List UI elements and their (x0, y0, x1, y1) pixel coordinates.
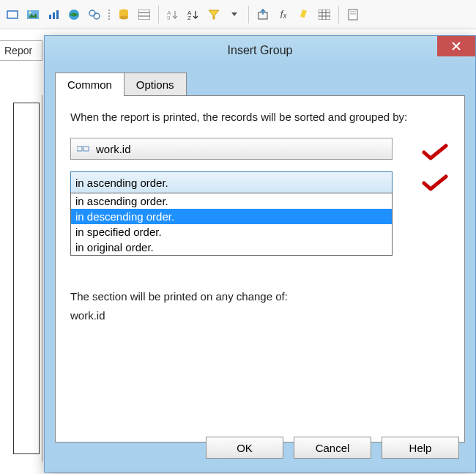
db-icon[interactable] (116, 7, 132, 23)
filter-icon[interactable] (206, 7, 222, 23)
toolbar-separator (158, 6, 159, 23)
toolbar-separator (338, 6, 339, 23)
cancel-button[interactable]: Cancel (294, 437, 371, 459)
tab-panel-common: When the report is printed, the records … (55, 95, 465, 442)
export-icon[interactable] (255, 7, 271, 23)
svg-marker-21 (231, 12, 237, 16)
tab-common[interactable]: Common (55, 73, 124, 96)
grid-icon[interactable] (136, 7, 152, 23)
svg-rect-13 (138, 10, 150, 20)
highlight-icon[interactable] (296, 7, 312, 23)
svg-point-3 (29, 11, 31, 13)
insert-group-dialog: Insert Group Common Options When the rep… (44, 35, 476, 473)
group-field-value: work.id (96, 143, 131, 155)
svg-rect-23 (300, 9, 307, 17)
tab-options[interactable]: Options (124, 73, 187, 96)
sort-nat-icon[interactable]: A9 (165, 7, 181, 23)
sort-order-dropdown-list: in ascending order. in descending order.… (70, 193, 393, 256)
reports-tab-truncated[interactable]: Repor (0, 40, 42, 61)
image-icon[interactable] (25, 7, 41, 23)
section-change-field: work.id (70, 309, 450, 322)
svg-rect-6 (56, 10, 59, 19)
globe-icon[interactable] (66, 7, 82, 23)
toolbar: A9 AZ fx (0, 0, 476, 29)
dialog-title: Insert Group (228, 44, 293, 57)
help-button[interactable]: Help (382, 437, 459, 459)
group-field-select[interactable]: work.id (70, 138, 393, 160)
sort-option-descending[interactable]: in descending order. (71, 209, 392, 224)
svg-text:9: 9 (167, 15, 171, 21)
document-page-edge (13, 103, 40, 454)
intro-text: When the report is printed, the records … (70, 109, 450, 125)
svg-marker-20 (209, 10, 219, 19)
svg-rect-24 (319, 10, 330, 20)
sort-option-original[interactable]: in original order. (71, 240, 392, 255)
svg-point-12 (119, 15, 128, 19)
section-change-text: The section will be printed on any chang… (70, 288, 450, 305)
svg-rect-4 (49, 15, 51, 19)
svg-rect-32 (77, 147, 82, 151)
sort-option-ascending[interactable]: in ascending order. (71, 193, 392, 209)
rect-icon[interactable] (4, 7, 21, 23)
dialog-footer: OK Cancel Help (55, 437, 465, 462)
dialog-titlebar: Insert Group (45, 36, 475, 65)
table-icon[interactable] (316, 7, 332, 23)
ok-button[interactable]: OK (206, 437, 283, 459)
toolbar-divider (107, 10, 111, 20)
close-button[interactable] (437, 36, 475, 56)
filter-dropdown-icon[interactable] (226, 7, 242, 23)
sort-option-specified[interactable]: in specified order. (71, 224, 392, 240)
svg-rect-33 (83, 147, 89, 151)
svg-point-9 (94, 13, 100, 19)
svg-rect-0 (7, 11, 18, 18)
close-icon (452, 42, 461, 51)
dialog-tabs: Common Options (55, 71, 465, 96)
field-type-icon (77, 145, 90, 152)
circles-icon[interactable] (86, 7, 103, 23)
sort-az-icon[interactable]: AZ (185, 7, 201, 23)
svg-rect-29 (349, 10, 357, 20)
sort-order-select[interactable]: in ascending order. (70, 171, 393, 193)
toolbar-separator (248, 6, 249, 23)
svg-rect-5 (53, 12, 55, 19)
chart-icon[interactable] (45, 7, 62, 23)
svg-text:Z: Z (187, 15, 191, 21)
fx-icon[interactable]: fx (275, 7, 291, 23)
sort-order-value: in ascending order. (75, 177, 168, 189)
svg-rect-1 (27, 10, 39, 19)
page-icon[interactable] (345, 7, 361, 23)
